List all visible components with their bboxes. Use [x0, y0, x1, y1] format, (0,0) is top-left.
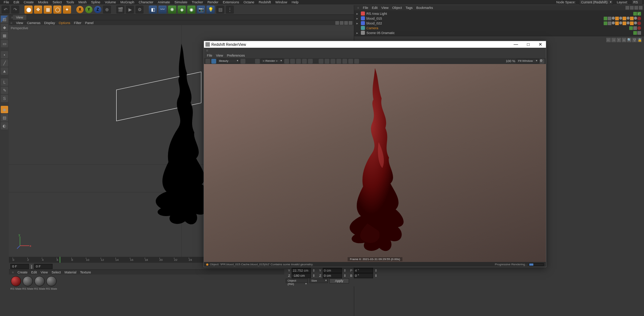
rv-btn-13[interactable] — [336, 59, 341, 64]
rv-menu-view[interactable]: View — [216, 54, 223, 57]
renderview-titlebar[interactable]: Redshift RenderView — □ ✕ — [204, 41, 546, 48]
rv-btn-12[interactable] — [331, 59, 335, 64]
misc-tool-2[interactable]: ◐ — [1, 122, 8, 130]
move-tool[interactable]: ✥ — [34, 6, 42, 14]
menu-redshift[interactable]: Redshift — [256, 0, 273, 4]
scale-tool[interactable]: ▦ — [44, 6, 52, 14]
rv-settings-icon[interactable]: ⚙ — [540, 59, 544, 64]
om-view[interactable]: View — [381, 6, 388, 10]
clapper-icon[interactable]: 🎬 — [116, 6, 124, 14]
render-frame-button[interactable]: ▶ — [126, 6, 134, 14]
point-mode[interactable]: • — [1, 51, 8, 58]
vp-nav-4[interactable] — [349, 21, 352, 25]
rv-btn-16[interactable] — [354, 59, 359, 64]
render-settings-button[interactable]: ⚙ — [135, 6, 144, 14]
mat-edit[interactable]: Edit — [31, 270, 37, 274]
axis-mode[interactable]: L — [1, 78, 8, 86]
menu-simulate[interactable]: Simulate — [172, 0, 189, 4]
rotate-tool[interactable]: ◯ — [53, 6, 61, 14]
axis-y-toggle[interactable]: Y — [85, 6, 93, 13]
coord-p-rot[interactable] — [354, 268, 373, 273]
menu-render[interactable]: Render — [205, 0, 221, 4]
axis-z-toggle[interactable]: Z — [94, 6, 101, 13]
layout-dropdown[interactable]: RS — [631, 0, 643, 5]
coord-z-size[interactable] — [323, 273, 342, 278]
rv-btn-15[interactable] — [348, 59, 353, 64]
field-icon[interactable]: ◉ — [187, 6, 195, 14]
place-tool[interactable]: ✦ — [63, 6, 71, 14]
cube-primitive[interactable]: ◧ — [149, 6, 157, 14]
generator-icon[interactable]: ❋ — [168, 6, 176, 14]
renderview-viewport[interactable]: Frame 6: 2021-03-31 09:29:55 (0.00s) — [204, 64, 546, 262]
menu-modes[interactable]: Modes — [36, 0, 50, 4]
rv-btn-4[interactable] — [255, 59, 260, 64]
vp-menu-options[interactable]: Options — [59, 21, 70, 25]
world-axis-toggle[interactable]: ⊕ — [103, 6, 111, 14]
rv-aov-dropdown[interactable]: Beauty — [217, 59, 239, 63]
apply-button[interactable]: Apply — [329, 278, 349, 283]
mat-view[interactable]: View — [41, 270, 48, 274]
mat-material[interactable]: Material — [64, 270, 76, 274]
rv-fit-dropdown[interactable]: Fit Window — [516, 59, 539, 63]
rv-menu-file[interactable]: File — [207, 54, 212, 57]
snap-mode[interactable]: S — [1, 95, 8, 102]
attr-search[interactable]: 🔍 — [627, 38, 631, 42]
vp-menu-cameras[interactable]: Cameras — [27, 21, 41, 25]
vp-nav-1[interactable] — [335, 21, 339, 25]
menu-character[interactable]: Character — [137, 0, 156, 4]
om-bookmarks[interactable]: Bookmarks — [416, 6, 433, 10]
rv-btn-9[interactable] — [308, 59, 313, 64]
coord-mode-2[interactable]: Size — [309, 279, 328, 283]
menu-extensions[interactable]: Extensions — [221, 0, 241, 4]
attr-home[interactable]: ⌂ — [622, 38, 626, 42]
vp-menu-display[interactable]: Display — [44, 21, 55, 25]
material-item-1[interactable]: RS Mate — [22, 276, 33, 290]
material-item-0[interactable]: RS Mate — [10, 276, 21, 290]
om-icon-3[interactable] — [634, 6, 638, 10]
deformer-icon[interactable]: ◈ — [178, 6, 186, 14]
om-icon-4[interactable] — [639, 6, 643, 10]
mat-texture[interactable]: Texture — [80, 270, 91, 274]
redo-button[interactable]: ↷ — [11, 6, 19, 14]
rv-btn-3[interactable] — [241, 59, 245, 64]
window-maximize[interactable]: □ — [525, 42, 532, 47]
texture-mode[interactable]: ▦ — [1, 32, 8, 39]
coord-y-size[interactable] — [323, 268, 342, 273]
edge-mode[interactable]: ╱ — [1, 59, 8, 67]
menu-tools[interactable]: Tools — [64, 0, 76, 4]
menu-volume[interactable]: Volume — [103, 0, 118, 4]
menu-octane[interactable]: Octane — [241, 0, 256, 4]
misc-icon[interactable]: ⋮ — [226, 6, 234, 14]
om-icon-2[interactable] — [630, 6, 634, 10]
menu-spline[interactable]: Spline — [89, 0, 103, 4]
attr-filter[interactable]: ▽ — [632, 38, 637, 42]
mat-create[interactable]: Create — [17, 270, 27, 274]
vp-nav-2[interactable] — [340, 21, 343, 25]
obj-row-light[interactable]: ▸ RS Area Light ✓ — [355, 11, 643, 16]
menu-window[interactable]: Window — [273, 0, 289, 4]
obj-row-blood022[interactable]: ▸ blood_022 — [355, 21, 643, 26]
window-minimize[interactable]: — — [511, 42, 520, 47]
attr-fwd[interactable]: → — [611, 38, 616, 42]
menu-tracker[interactable]: Tracker — [189, 0, 205, 4]
om-object[interactable]: Object — [392, 6, 402, 10]
om-icon-1[interactable] — [625, 6, 629, 10]
menu-file[interactable]: File — [1, 0, 11, 4]
rv-btn-8[interactable] — [302, 59, 307, 64]
rv-btn-10[interactable] — [319, 59, 323, 64]
rv-menu-prefs[interactable]: Preferences — [227, 54, 245, 57]
rv-render-dropdown[interactable]: < Render > — [261, 59, 283, 63]
vp-menu-view[interactable]: View — [16, 21, 23, 25]
coord-y-pos[interactable] — [292, 268, 311, 273]
current-frame-input[interactable] — [34, 264, 53, 269]
rv-btn-7[interactable] — [296, 59, 301, 64]
tweak-mode[interactable]: ✎ — [1, 87, 8, 94]
coord-mode-1[interactable]: Object (Rel) — [286, 279, 308, 283]
model-mode[interactable]: ◆ — [1, 24, 8, 31]
vp-menu-filter[interactable]: Filter — [74, 21, 81, 25]
obj-row-blood015[interactable]: ▸ blood_015 — [355, 16, 643, 21]
menu-create[interactable]: Create — [21, 0, 36, 4]
viewport-solo[interactable]: ◉ — [1, 106, 8, 113]
polygon-mode[interactable]: ▲ — [1, 67, 8, 75]
select-tool[interactable]: ⬤ — [24, 6, 33, 14]
